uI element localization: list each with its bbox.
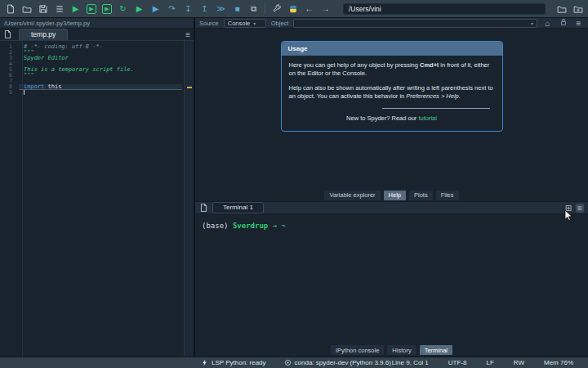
step-return-icon[interactable]: ↥ [199, 3, 210, 14]
debug-file-icon[interactable]: ▶ [150, 3, 161, 14]
terminal-tab-1[interactable]: Terminal 1 [212, 202, 264, 213]
run-selection-icon[interactable]: ▶ [134, 3, 145, 14]
code-text: this [44, 83, 61, 90]
editor-breadcrumb-row: /Users/vini/.spyder-py3/temp.py [0, 18, 194, 29]
run-cell-icon[interactable]: ▶ [87, 4, 96, 14]
save-file-icon[interactable] [38, 3, 48, 14]
usage-footer: New to Spyder? Read our tutorial [289, 114, 495, 124]
usage-text: . [459, 92, 461, 100]
code-editor[interactable]: 1 # -*- coding: utf-8 -*- 2 """ 3 Spyder… [0, 41, 194, 357]
tab-help[interactable]: Help [383, 190, 407, 201]
terminal-pane-icon[interactable] [199, 204, 208, 213]
back-icon[interactable]: ← [304, 3, 314, 14]
file-switcher-icon[interactable] [54, 3, 65, 14]
working-directory-value: /Users/vini [349, 5, 381, 13]
lsp-status: LSP Python: ready [201, 359, 266, 366]
open-file-icon[interactable] [21, 3, 32, 14]
conda-status[interactable]: conda: spyder-dev (Python 3.9.6) [284, 359, 391, 366]
chevron-down-icon: ▾ [253, 20, 256, 26]
run-file-icon[interactable]: ▶ [70, 3, 81, 14]
parent-directory-icon[interactable] [572, 3, 583, 14]
code-text: Spyder Editor [24, 55, 69, 61]
usage-text: Here you can get help of any object by p… [289, 61, 421, 69]
usage-body: Here you can get help of any object by p… [282, 56, 502, 131]
help-header: Source Console ▾ Object ▾ ⌂ ≡ [195, 18, 588, 29]
code-keyword: import [24, 83, 44, 90]
forward-icon[interactable]: → [320, 3, 331, 14]
step-into-icon[interactable]: ↧ [183, 3, 194, 14]
tab-ipython-console[interactable]: IPython console [330, 344, 385, 356]
terminal-prompt-arrow: → [273, 222, 277, 230]
new-file-icon[interactable] [5, 3, 16, 14]
right-column: Source Console ▾ Object ▾ ⌂ ≡ Usage [195, 18, 588, 357]
cursor-position-status: Line 9, Col 1 [392, 359, 429, 366]
preferences-path: Preferences > Help [406, 92, 458, 100]
spyder-window: ▶ ▶ ▶ ↻ ▶ ▶ ↷ ↧ ↥ ≫ ■ ⧉ ← → /Users/vini … [0, 0, 588, 368]
rerun-cell-icon[interactable]: ↻ [118, 3, 128, 14]
python-path-manager-icon[interactable] [287, 3, 298, 14]
terminal-env: (base) [202, 222, 229, 230]
toolbar-separator [265, 3, 265, 14]
lower-pane-tabs: IPython console History Terminal [195, 343, 588, 357]
editor-tab-temp-py[interactable]: temp.py [19, 29, 68, 40]
usage-box: Usage Here you can get help of any objec… [281, 41, 503, 132]
eol-status: LF [486, 359, 493, 366]
source-value: Console [228, 20, 251, 27]
object-combobox[interactable]: ▾ [293, 19, 537, 28]
code-text: This is a temporary script file. [24, 66, 134, 73]
upper-pane-tabs: Variable explorer Help Plots Files [195, 189, 588, 201]
help-pane: Usage Here you can get help of any objec… [195, 29, 588, 189]
tab-files[interactable]: Files [435, 190, 460, 201]
code-text: """ [24, 72, 34, 79]
terminal-host: Sverdrup [233, 222, 268, 230]
terminal-header: Terminal 1 ⊞ ≡ [195, 201, 588, 214]
tutorial-link[interactable]: tutorial [418, 114, 437, 122]
code-line-warning: 8 import this [0, 84, 194, 90]
source-combobox[interactable]: Console ▾ [224, 19, 266, 28]
tab-variable-explorer[interactable]: Variable explorer [323, 190, 381, 201]
browse-tabs-icon[interactable] [3, 30, 12, 39]
editor-tabbar: temp.py ≡ [0, 29, 194, 41]
chevron-down-icon: ▾ [531, 20, 533, 26]
editor-pane: /Users/vini/.spyder-py3/temp.py temp.py … [0, 18, 195, 357]
terminal-console[interactable]: (base) Sverdrup → ~ [195, 214, 588, 343]
tab-terminal[interactable]: Terminal [419, 344, 453, 356]
editor-options-menu-icon[interactable]: ≡ [185, 30, 190, 39]
debug-stop-icon[interactable]: ■ [232, 3, 243, 14]
preferences-wrench-icon[interactable] [271, 3, 282, 14]
main-area: /Users/vini/.spyder-py3/temp.py temp.py … [0, 18, 588, 357]
tab-history[interactable]: History [386, 344, 416, 356]
editor-scrollflag-area[interactable] [184, 41, 194, 357]
text-cursor [24, 90, 24, 95]
tab-plots[interactable]: Plots [408, 190, 434, 201]
warning-scroll-marker [187, 87, 192, 88]
terminal-options-menu-icon[interactable]: ≡ [576, 204, 584, 213]
usage-paragraph-2: Help can also be shown automatically aft… [289, 84, 495, 101]
status-bar: LSP Python: ready conda: spyder-dev (Pyt… [0, 357, 588, 368]
step-over-icon[interactable]: ↷ [167, 3, 177, 14]
code-text: # -*- coding: utf-8 -*- [24, 43, 103, 50]
code-line-current: 9 [0, 90, 194, 96]
usage-divider [382, 108, 489, 109]
home-icon[interactable]: ⌂ [542, 19, 553, 28]
conda-status-text: conda: spyder-dev (Python 3.9.6) [295, 359, 391, 366]
browse-directory-icon[interactable] [556, 3, 567, 14]
usage-title: Usage [282, 42, 502, 56]
debug-continue-icon[interactable]: ≫ [216, 3, 226, 14]
usage-footer-text: New to Spyder? Read our [346, 114, 418, 122]
run-cell-advance-icon[interactable]: ▶ [102, 4, 112, 14]
lock-icon[interactable] [558, 18, 568, 28]
object-label: Object [271, 20, 289, 27]
main-toolbar: ▶ ▶ ▶ ↻ ▶ ▶ ↷ ↧ ↥ ≫ ■ ⧉ ← → /Users/vini [0, 0, 588, 18]
lsp-status-text: LSP Python: ready [212, 359, 266, 366]
statusbar-right: Line 9, Col 1 UTF-8 LF RW Mem 76% [392, 359, 573, 366]
source-label: Source [199, 20, 219, 27]
code-line: 3 Spyder Editor [0, 56, 194, 61]
breadcrumb: /Users/vini/.spyder-py3/temp.py [4, 20, 90, 27]
usage-paragraph-1: Here you can get help of any object by p… [289, 61, 495, 78]
permissions-status: RW [514, 359, 524, 366]
help-options-menu-icon[interactable]: ≡ [573, 19, 584, 28]
maximize-pane-icon[interactable]: ⧉ [248, 3, 259, 14]
usage-text: Help can also be shown automatically aft… [289, 84, 493, 100]
working-directory-input[interactable]: /Users/vini [343, 3, 546, 15]
